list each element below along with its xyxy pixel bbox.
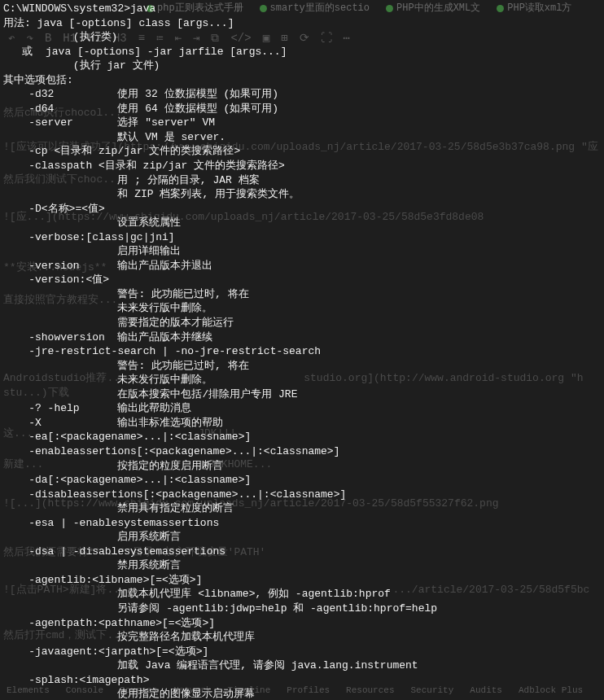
terminal-line: -dsa | -disablesystemassertions <box>3 545 601 559</box>
terminal-output[interactable]: C:\WINDOWS\system32>java用法: java [-optio… <box>0 0 604 700</box>
terminal-line: -verbose:[class|gc|jni] <box>3 230 601 245</box>
terminal-line: 设置系统属性 <box>3 216 601 230</box>
terminal-line: -agentpath:<pathname>[=<选项>] <box>3 616 601 631</box>
terminal-line: -agentlib:<libname>[=<选项>] <box>3 573 601 588</box>
terminal-line: C:\WINDOWS\system32>java <box>3 2 601 16</box>
terminal-line: -enableassertions[:<packagename>...|:<cl… <box>3 444 601 459</box>
terminal-line: (执行 jar 文件) <box>3 59 601 73</box>
terminal-line: 加载 Java 编程语言代理, 请参阅 java.lang.instrument <box>3 658 601 673</box>
terminal-line: 其中选项包括: <box>3 73 601 88</box>
terminal-line: 警告: 此功能已过时, 将在 <box>3 287 601 302</box>
terminal-line: 另请参阅 -agentlib:jdwp=help 和 -agentlib:hpr… <box>3 602 601 616</box>
terminal-line: 警告: 此功能已过时, 将在 <box>3 359 601 374</box>
terminal-line: 默认 VM 是 server. <box>3 130 601 145</box>
terminal-line: -d64 使用 64 位数据模型 (如果可用) <box>3 102 601 116</box>
terminal-line: 按完整路径名加载本机代理库 <box>3 630 601 645</box>
terminal-line: -cp <目录和 zip/jar 文件的类搜索路径> <box>3 144 601 159</box>
terminal-line: 加载本机代理库 <libname>, 例如 -agentlib:hprof <box>3 587 601 602</box>
terminal-line: -version 输出产品版本并退出 <box>3 259 601 273</box>
terminal-line: -version:<值> <box>3 273 601 287</box>
terminal-line: 在版本搜索中包括/排除用户专用 JRE <box>3 387 601 402</box>
terminal-line: -X 输出非标准选项的帮助 <box>3 416 601 431</box>
terminal-line: 使用指定的图像显示启动屏幕 <box>3 687 601 700</box>
terminal-line: -javaagent:<jarpath>[=<选项>] <box>3 645 601 659</box>
terminal-line: 禁用系统断言 <box>3 558 601 573</box>
terminal-line: -d32 使用 32 位数据模型 (如果可用) <box>3 87 601 102</box>
terminal-line: -D<名称>=<值> <box>3 202 601 217</box>
terminal-line: -showversion 输出产品版本并继续 <box>3 330 601 345</box>
terminal-line: 或 java [-options] -jar jarfile [args...] <box>3 45 601 59</box>
terminal-line: 启用详细输出 <box>3 244 601 259</box>
terminal-line: -ea[:<packagename>...|:<classname>] <box>3 430 601 444</box>
terminal-line: 用法: java [-options] class [args...] <box>3 16 601 31</box>
terminal-line: -classpath <目录和 zip/jar 文件的类搜索路径> <box>3 159 601 173</box>
terminal-line: -esa | -enablesystemassertions <box>3 516 601 531</box>
terminal-line: -server 选择 "server" VM <box>3 116 601 130</box>
terminal-line: 用 ; 分隔的目录, JAR 档案 <box>3 173 601 188</box>
terminal-line: -jre-restrict-search | -no-jre-restrict-… <box>3 344 601 359</box>
terminal-line: -da[:<packagename>...|:<classname>] <box>3 473 601 488</box>
terminal-line: 未来发行版中删除。 <box>3 301 601 316</box>
terminal-line: -splash:<imagepath> <box>3 673 601 688</box>
terminal-line: 需要指定的版本才能运行 <box>3 316 601 330</box>
terminal-line: -disableassertions[:<packagename>...|:<c… <box>3 488 601 502</box>
terminal-line: 未来发行版中删除。 <box>3 373 601 387</box>
terminal-line: 禁用具有指定粒度的断言 <box>3 501 601 516</box>
terminal-line: (执行类) <box>3 30 601 45</box>
terminal-line: -? -help 输出此帮助消息 <box>3 401 601 416</box>
terminal-line: 按指定的粒度启用断言 <box>3 459 601 474</box>
terminal-line: 启用系统断言 <box>3 530 601 545</box>
terminal-line: 和 ZIP 档案列表, 用于搜索类文件。 <box>3 187 601 202</box>
